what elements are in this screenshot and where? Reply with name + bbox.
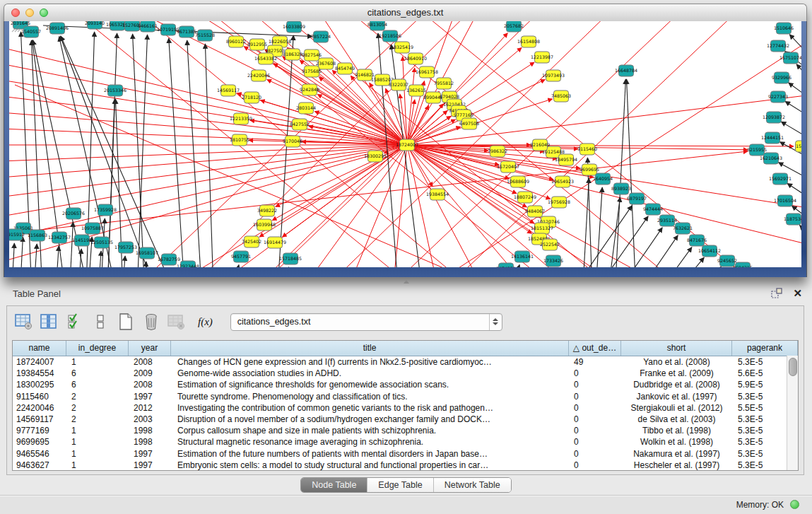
table-cell[interactable]: 19384554: [13, 368, 66, 379]
table-cell[interactable]: 2: [66, 414, 129, 425]
table-cell[interactable]: Jankovic et al. (1997): [621, 391, 732, 402]
table-cell[interactable]: 0: [569, 391, 621, 402]
table-cell[interactable]: Tibbo et al. (1998): [621, 425, 732, 436]
table-cell[interactable]: 1997: [129, 391, 171, 402]
delete-column-icon[interactable]: [141, 313, 160, 332]
table-cell[interactable]: 1: [66, 356, 129, 368]
table-cell[interactable]: 2009: [129, 368, 171, 379]
table-row[interactable]: 1872400712008Changes of HCN gene express…: [13, 356, 798, 368]
table-cell[interactable]: Genome-wide association studies in ADHD.: [171, 368, 569, 379]
new-column-icon[interactable]: [116, 313, 135, 332]
table-cell[interactable]: Disruption of a novel member of a sodium…: [171, 414, 569, 425]
table-cell[interactable]: 1998: [129, 425, 171, 436]
column-header-name[interactable]: name: [13, 341, 66, 356]
table-cell[interactable]: de Silva et al. (2003): [621, 414, 732, 425]
table-cell[interactable]: Hescheler et al. (1997): [621, 460, 732, 470]
table-cell[interactable]: 2012: [129, 402, 171, 414]
window-resize-grip-icon[interactable]: [9, 21, 20, 33]
table-cell[interactable]: 2008: [129, 356, 171, 368]
network-canvas[interactable]: 8960122891295518226058982750316543382818…: [9, 21, 801, 267]
tab-edge-table[interactable]: Edge Table: [367, 478, 433, 492]
table-cell[interactable]: 0: [569, 436, 621, 448]
table-cell[interactable]: Wolkin et al. (1998): [621, 436, 732, 448]
table-cell[interactable]: Changes of HCN gene expression and I(f) …: [171, 356, 569, 368]
table-cell[interactable]: 1998: [129, 436, 171, 448]
table-selector-dropdown[interactable]: citations_edges.txt: [230, 313, 502, 331]
table-cell[interactable]: 1997: [129, 448, 171, 460]
table-scrollbar[interactable]: [787, 356, 798, 470]
table-cell[interactable]: Estimation of the future numbers of pati…: [171, 448, 569, 460]
table-cell[interactable]: 0: [569, 368, 621, 379]
panel-splitter[interactable]: [0, 279, 812, 284]
show-columns-icon[interactable]: [40, 313, 59, 332]
column-header-out_de[interactable]: △ out_de…: [569, 341, 621, 356]
table-cell[interactable]: 6: [66, 379, 129, 390]
column-header-in_degree[interactable]: in_degree: [66, 341, 129, 356]
memory-status-indicator[interactable]: [790, 500, 799, 509]
table-cell[interactable]: 0: [569, 448, 621, 460]
table-cell[interactable]: 2003: [129, 414, 171, 425]
table-cell[interactable]: 9465546: [13, 448, 66, 460]
table-cell[interactable]: Franke et al. (2009): [621, 368, 732, 379]
column-header-title[interactable]: title: [171, 341, 569, 356]
table-row[interactable]: 1456911722003Disruption of a novel membe…: [13, 414, 798, 425]
table-cell[interactable]: Corpus callosum shape and size in male p…: [171, 425, 569, 436]
table-cell[interactable]: Yano et al. (2008): [621, 356, 732, 368]
minimize-window-button[interactable]: [25, 8, 34, 17]
table-cell[interactable]: 9463627: [13, 460, 66, 470]
zoom-window-button[interactable]: [40, 8, 48, 17]
tab-node-table[interactable]: Node Table: [301, 478, 367, 492]
table-row[interactable]: 977716911998Corpus callosum shape and si…: [13, 425, 798, 436]
table-cell[interactable]: 1997: [129, 460, 171, 470]
table-mode-icon[interactable]: [14, 313, 33, 332]
table-cell[interactable]: Investigating the contribution of common…: [171, 402, 569, 414]
table-cell[interactable]: 1: [66, 460, 129, 470]
table-cell[interactable]: 1: [66, 448, 129, 460]
table-cell[interactable]: 9699695: [13, 436, 66, 448]
column-header-short[interactable]: short: [621, 341, 732, 356]
table-cell[interactable]: 0: [569, 460, 621, 470]
table-cell[interactable]: 9115460: [13, 391, 66, 402]
delete-table-icon[interactable]: [167, 313, 186, 332]
table-cell[interactable]: 0: [569, 425, 621, 436]
table-cell[interactable]: Tourette syndrome. Phenomenology and cla…: [171, 391, 569, 402]
table-cell[interactable]: 1: [66, 436, 129, 448]
table-cell[interactable]: 0: [569, 379, 621, 390]
column-header-pagerank[interactable]: pagerank: [732, 341, 798, 356]
table-cell[interactable]: Stergiakouli et al. (2012): [621, 402, 732, 414]
function-builder-icon[interactable]: f(x): [198, 316, 213, 328]
table-cell[interactable]: 49: [569, 356, 621, 368]
clear-selection-icon[interactable]: [90, 313, 110, 332]
table-row[interactable]: 911546021997Tourette syndrome. Phenomeno…: [13, 391, 798, 402]
table-cell[interactable]: 9777169: [13, 425, 66, 436]
tab-network-table[interactable]: Network Table: [433, 478, 511, 492]
table-cell[interactable]: Structural magnetic resonance image aver…: [171, 436, 569, 448]
table-row[interactable]: 969969511998Structural magnetic resonanc…: [13, 436, 798, 448]
table-row[interactable]: 2242004622012Investigating the contribut…: [13, 402, 798, 414]
table-row[interactable]: 946362711997Embryonic stem cells: a mode…: [13, 460, 798, 470]
table-cell[interactable]: 0: [569, 414, 621, 425]
table-cell[interactable]: 2008: [129, 379, 171, 390]
table-cell[interactable]: 22420046: [13, 402, 66, 414]
select-all-icon[interactable]: [65, 313, 84, 332]
table-cell[interactable]: 0: [569, 402, 621, 414]
table-cell[interactable]: Estimation of significance thresholds fo…: [171, 379, 569, 390]
table-cell[interactable]: 6: [66, 368, 129, 379]
column-header-year[interactable]: year: [129, 341, 171, 356]
table-row[interactable]: 1938455462009Genome-wide association stu…: [13, 368, 798, 379]
table-cell[interactable]: 18724007: [13, 356, 66, 368]
scrollbar-thumb[interactable]: [789, 358, 797, 376]
table-cell[interactable]: Nakamura et al. (1997): [621, 448, 732, 460]
table-cell[interactable]: Dudbridge et al. (2008): [621, 379, 732, 390]
table-cell[interactable]: Embryonic stem cells: a model to study s…: [171, 460, 569, 470]
table-cell[interactable]: 2: [66, 402, 129, 414]
table-cell[interactable]: 14569117: [13, 414, 66, 425]
close-window-button[interactable]: [11, 8, 20, 17]
network-window-titlebar[interactable]: citations_edges.txt: [4, 4, 807, 22]
table-cell[interactable]: 2: [66, 391, 129, 402]
float-panel-icon[interactable]: [771, 288, 783, 299]
close-panel-icon[interactable]: ✕: [793, 288, 802, 299]
table-cell[interactable]: 1: [66, 425, 129, 436]
table-cell[interactable]: 18300295: [13, 379, 66, 390]
table-row[interactable]: 1830029562008Estimation of significance …: [13, 379, 798, 390]
